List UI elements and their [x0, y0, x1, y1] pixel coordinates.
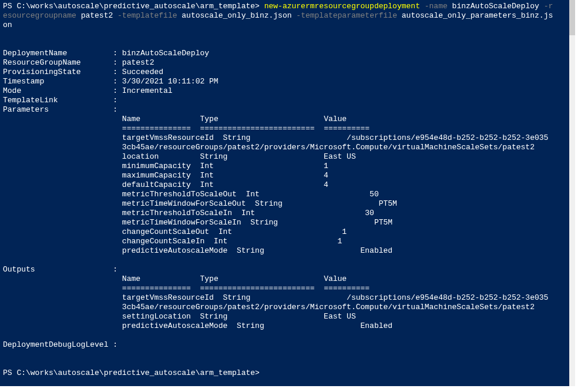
parameters-label: Parameters [3, 105, 49, 114]
params-divider-1: =============== [122, 124, 191, 133]
prompt-prefix: PS [3, 2, 16, 11]
scrollbar-track[interactable] [569, 0, 575, 386]
provisioning-state-value: Succeeded [122, 68, 163, 76]
param-rg-flag-part1: -r [544, 2, 553, 11]
param-row: predictiveAutoscaleMode [3, 246, 237, 255]
output-row: predictiveAutoscaleMode [3, 321, 237, 330]
provisioning-state-label: ProvisioningState : [3, 68, 122, 76]
params-divider-2: ========================= [200, 124, 314, 133]
param-templatefile-flag: -templatefile [117, 11, 177, 20]
cmdlet-name: new-azurermresourcegroupdeployment [264, 2, 420, 11]
mode-value: Incremental [122, 86, 173, 95]
params-header-value: Value [324, 115, 347, 123]
deployment-name-label: DeploymentName : [3, 49, 122, 58]
outputs-divider-3: ========== [324, 284, 370, 293]
params-header-name: Name [122, 115, 140, 123]
param-templateparameterfile-value: autoscale_only_parameters_binz.js [402, 11, 553, 20]
param-row [3, 143, 122, 152]
param-templateparameterfile-flag: -templateparameterfile [296, 11, 397, 20]
powershell-console[interactable]: PS C:\works\autoscale\predictive_autosca… [0, 0, 575, 386]
debug-log-level-label: DeploymentDebugLogLevel [3, 340, 108, 349]
param-row: targetVmssResourceId [3, 133, 223, 142]
param-row: metricTimeWindowForScaleOut [3, 199, 255, 208]
param-row: metricTimeWindowForScaleIn [3, 218, 250, 227]
outputs-label: Outputs [3, 265, 35, 274]
template-link-label: TemplateLink : [3, 96, 122, 105]
outputs-header-value: Value [324, 274, 347, 283]
param-row: changeCountScaleIn [3, 237, 214, 246]
param-templateparameterfile-value-cont: on [3, 21, 12, 29]
output-row: targetVmssResourceId [3, 293, 223, 302]
param-row: metricThresholdToScaleOut [3, 190, 246, 199]
param-row: changeCountScaleOut [3, 227, 219, 236]
timestamp-label: Timestamp : [3, 77, 122, 86]
prompt-path: C:\works\autoscale\predictive_autoscale\… [16, 2, 255, 11]
param-rg-flag-part2: esourcegroupname [3, 11, 76, 20]
outputs-header-name: Name [122, 274, 140, 283]
param-row: minimumCapacity [3, 162, 200, 170]
scrollbar-thumb[interactable] [569, 0, 575, 35]
mode-label: Mode : [3, 86, 122, 95]
param-name-flag: -name [425, 2, 448, 11]
deployment-name-value: binzAutoScaleDeploy [122, 49, 209, 58]
param-rg-value: patest2 [81, 11, 113, 20]
timestamp-value: 3/30/2021 10:11:02 PM [122, 77, 219, 86]
param-name-value: binzAutoScaleDeploy [452, 2, 539, 11]
prompt-suffix: > [255, 368, 264, 377]
prompt-path: C:\works\autoscale\predictive_autoscale\… [16, 368, 255, 377]
prompt-suffix: > [255, 2, 264, 11]
param-row: metricThresholdToScaleIn [3, 209, 241, 217]
outputs-divider-2: ========================= [200, 284, 314, 293]
param-row: location [3, 152, 200, 161]
resource-group-name-label: ResourceGroupName : [3, 58, 122, 67]
param-row: maximumCapacity [3, 171, 200, 180]
params-header-type: Type [200, 115, 218, 123]
output-row: settingLocation [3, 312, 200, 321]
outputs-divider-1: =============== [122, 284, 191, 293]
prompt-prefix: PS [3, 368, 16, 377]
resource-group-name-value: patest2 [122, 58, 155, 67]
param-row: defaultCapacity [3, 180, 200, 189]
param-templatefile-value: autoscale_only_binz.json [182, 11, 291, 20]
params-divider-3: ========== [324, 124, 370, 133]
outputs-header-type: Type [200, 274, 218, 283]
output-row [3, 303, 122, 311]
